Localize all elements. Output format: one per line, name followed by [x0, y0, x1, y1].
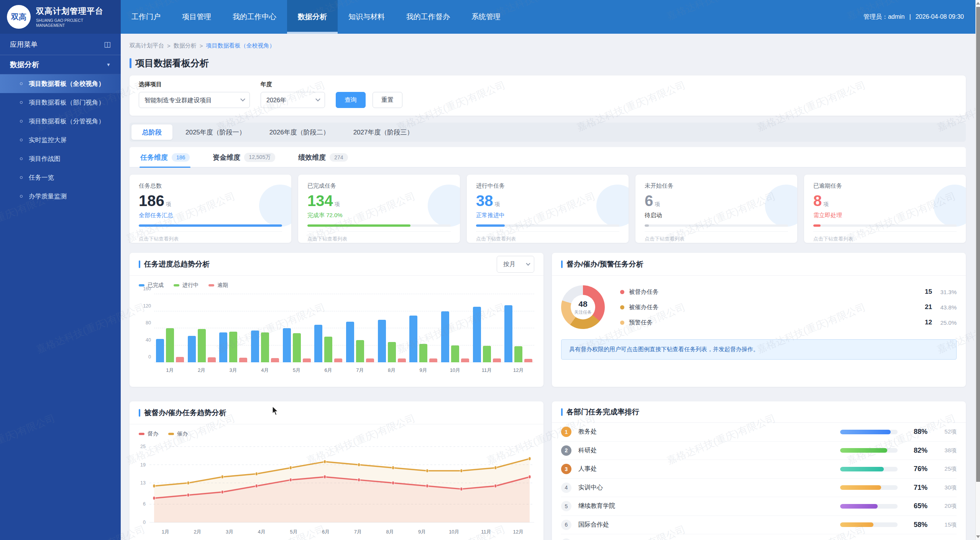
- stat-card-已逾期任务[interactable]: 已逾期任务8项需立即处理点击下钻查看列表: [804, 175, 966, 243]
- scroll-down-arrow-icon[interactable]: [976, 535, 980, 538]
- sidebar-item-项目作战图[interactable]: 项目作战图: [0, 149, 121, 168]
- dimension-tab-绩效维度[interactable]: 绩效维度274: [297, 147, 348, 167]
- rank-bar-fill: [840, 504, 878, 509]
- stat-card-title: 已完成任务: [307, 182, 451, 190]
- stat-card-value: 134项: [307, 193, 451, 209]
- stat-card-已完成任务[interactable]: 已完成任务134项完成率 72.0%点击下钻查看列表: [298, 175, 460, 243]
- legend-进行中[interactable]: 进行中: [174, 282, 199, 289]
- project-select[interactable]: 智能制造专业群建设项目: [139, 92, 250, 108]
- legend-催办[interactable]: 催办: [168, 430, 188, 437]
- legend-label: 被督办任务: [629, 288, 659, 296]
- x-axis-label: 5月: [278, 529, 310, 535]
- line-chart-legend: 督办催办: [130, 424, 543, 437]
- stage-tab-2025年度（阶段一）[interactable]: 2025年度（阶段一）: [175, 124, 256, 140]
- stat-card-value: 186项: [139, 193, 282, 209]
- nav-item-系统管理[interactable]: 系统管理: [461, 0, 511, 34]
- sidebar-item-项目数据看板（部门视角）[interactable]: 项目数据看板（部门视角）: [0, 93, 121, 112]
- rank-row-国际合作处[interactable]: 6国际合作处58%15项: [561, 516, 957, 535]
- y-axis-tick: 0: [134, 520, 146, 525]
- bar-group-6月: [312, 294, 344, 362]
- dimension-tab-资金维度[interactable]: 资金维度12,505万: [212, 147, 276, 167]
- legend-督办[interactable]: 督办: [139, 430, 158, 437]
- rank-bar-fill: [840, 448, 887, 453]
- charts-row-2: 被督办/催办任务趋势分析 督办催办 06131925 1月2月3月4月5月6月7…: [130, 401, 966, 540]
- rank-row-实训中心[interactable]: 4实训中心71%30项: [561, 479, 957, 497]
- task-count: 15项: [927, 521, 957, 529]
- nav-item-我的工作督办[interactable]: 我的工作督办: [396, 0, 461, 34]
- sidebar-item-办学质量监测[interactable]: 办学质量监测: [0, 187, 121, 206]
- rank-row-教务处[interactable]: 1教务处88%52项: [561, 423, 957, 442]
- bar-已完成-9月: [409, 316, 417, 362]
- bar-group-3月: [217, 294, 249, 362]
- bar-逾期-1月: [176, 357, 184, 362]
- department-name: 教务处: [578, 428, 597, 436]
- sidebar-item-项目数据看板（分管视角）[interactable]: 项目数据看板（分管视角）: [0, 112, 121, 131]
- nav-item-工作门户[interactable]: 工作门户: [121, 0, 171, 34]
- bullet-icon: [20, 101, 23, 104]
- stat-card-进行中任务[interactable]: 进行中任务38项正常推进中点击下钻查看列表: [467, 175, 629, 243]
- scroll-up-arrow-icon[interactable]: [976, 2, 980, 5]
- bar-group-5月: [281, 294, 313, 362]
- stat-card-subtitle: 待启动: [645, 212, 788, 219]
- department-name: 实训中心: [578, 484, 603, 492]
- period-select[interactable]: 按月: [497, 256, 534, 273]
- collapse-sidebar-icon[interactable]: ◫: [104, 40, 111, 49]
- stat-card-unit: 项: [335, 201, 340, 207]
- x-axis-label: 2月: [182, 529, 214, 535]
- sidebar-group-data-analysis[interactable]: 数据分析 ▼: [0, 55, 121, 74]
- stat-card-任务总数[interactable]: 任务总数186项全部任务汇总点击下钻查看列表: [130, 175, 291, 243]
- vertical-scrollbar[interactable]: [975, 0, 980, 540]
- stage-tab-2026年度（阶段二）[interactable]: 2026年度（阶段二）: [259, 124, 340, 140]
- rank-row-财务处[interactable]: 7财务处52%6项: [561, 534, 957, 540]
- stage-tab-2027年度（阶段三）[interactable]: 2027年度（阶段三）: [343, 124, 424, 140]
- x-axis-label: 2月: [186, 367, 218, 374]
- nav-item-知识与材料[interactable]: 知识与材料: [338, 0, 396, 34]
- reset-button[interactable]: 重置: [373, 92, 402, 108]
- donut-legend-被催办任务[interactable]: 被催办任务2143.8%: [620, 299, 957, 315]
- stat-card-未开始任务[interactable]: 未开始任务6项待启动点击下钻查看列表: [635, 175, 797, 243]
- scrollbar-thumb[interactable]: [976, 7, 980, 482]
- legend-label: 预警任务: [629, 319, 653, 327]
- bar-进行中-1月: [166, 328, 174, 362]
- rank-row-科研处[interactable]: 2科研处82%38项: [561, 442, 957, 460]
- bar-已完成-12月: [504, 305, 512, 362]
- rank-row-人事处[interactable]: 3人事处76%25项: [561, 460, 957, 479]
- dimension-tab-任务维度[interactable]: 任务维度186: [140, 147, 190, 167]
- stage-tab-总阶段[interactable]: 总阶段: [131, 124, 172, 140]
- bar-逾期-10月: [461, 358, 469, 362]
- rank-badge: 2: [561, 445, 571, 456]
- rank-bar-track: [840, 522, 898, 527]
- y-axis-tick: 80: [139, 320, 151, 326]
- donut-legend-预警任务[interactable]: 预警任务1225.0%: [620, 315, 957, 330]
- bar-进行中-10月: [451, 345, 459, 363]
- nav-item-我的工作中心[interactable]: 我的工作中心: [222, 0, 287, 34]
- x-axis-label: 4月: [249, 367, 281, 374]
- rank-bar-fill: [840, 467, 884, 471]
- task-trend-title: 任务进度总趋势分析: [144, 259, 210, 269]
- supervise-trend-panel: 被督办/催办任务趋势分析 督办催办 06131925 1月2月3月4月5月6月7…: [130, 401, 543, 540]
- legend-label: 督办: [148, 430, 158, 437]
- breadcrumb-data-analysis[interactable]: 数据分析: [174, 42, 197, 49]
- breadcrumb-platform[interactable]: 双高计划平台: [130, 42, 164, 49]
- nav-item-数据分析[interactable]: 数据分析: [287, 0, 338, 34]
- x-axis-label: 6月: [312, 367, 344, 374]
- sidebar-item-实时监控大屏[interactable]: 实时监控大屏: [0, 131, 121, 149]
- legend-逾期[interactable]: 逾期: [208, 282, 228, 289]
- completion-percent: 65%: [898, 502, 927, 510]
- donut-legend-被督办任务[interactable]: 被督办任务1531.3%: [620, 284, 957, 299]
- sidebar-item-项目数据看板（全校视角）[interactable]: 项目数据看板（全校视角）: [0, 74, 121, 93]
- query-button[interactable]: 查询: [336, 92, 366, 108]
- supervise-note: 具有督办权限的用户可点击图例直接下钻查看任务列表，并发起督办操作。: [561, 339, 957, 360]
- bar-chart-legend: 已完成进行中逾期: [130, 276, 543, 289]
- sidebar-item-label: 实时监控大屏: [29, 136, 67, 144]
- stat-card-progress-track: [139, 224, 282, 227]
- nav-item-项目管理[interactable]: 项目管理: [171, 0, 222, 34]
- legend-label: 催办: [177, 430, 188, 437]
- page-title: 项目数据看板分析: [130, 57, 966, 69]
- rank-row-继续教育学院[interactable]: 5继续教育学院65%20项: [561, 497, 957, 516]
- legend-value: 21: [925, 303, 932, 311]
- stat-card-title: 未开始任务: [645, 182, 788, 190]
- sidebar-item-任务一览[interactable]: 任务一览: [0, 168, 121, 187]
- rank-badge: 5: [561, 501, 571, 511]
- year-select[interactable]: 2026年: [261, 92, 325, 108]
